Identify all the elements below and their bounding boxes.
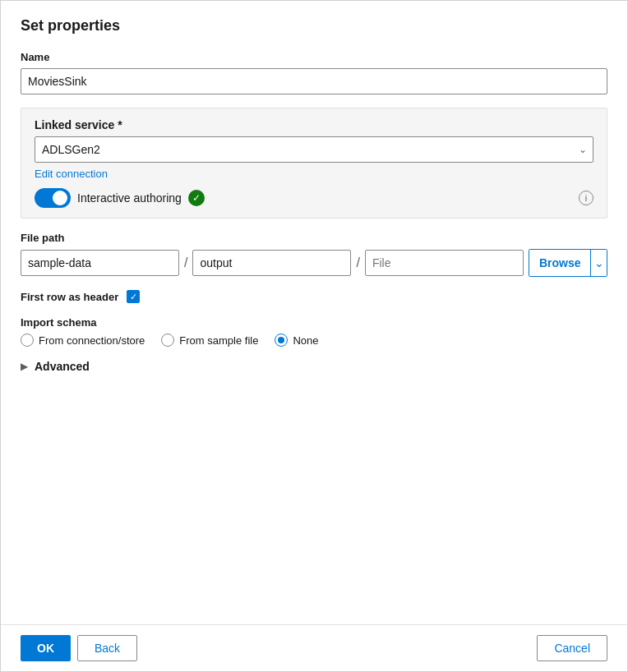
- checkmark-icon: ✓: [130, 292, 137, 302]
- radio-dot-none: [278, 337, 284, 343]
- ok-button[interactable]: OK: [21, 635, 71, 661]
- name-input[interactable]: [21, 68, 607, 94]
- file-path-input-2[interactable]: [192, 250, 351, 276]
- advanced-label: Advanced: [35, 360, 90, 373]
- radio-label-from-connection: From connection/store: [39, 334, 145, 347]
- path-separator-2: /: [356, 255, 359, 270]
- interactive-authoring-label: Interactive authoring: [77, 191, 182, 205]
- set-properties-panel: Set properties Name Linked service * ADL…: [0, 0, 628, 672]
- radio-label-none: None: [293, 334, 318, 347]
- first-row-checkbox[interactable]: ✓: [127, 290, 140, 303]
- import-schema-group: Import schema From connection/store From…: [21, 316, 607, 347]
- path-separator-1: /: [184, 255, 187, 270]
- import-schema-radio-group: From connection/store From sample file N…: [21, 334, 607, 347]
- linked-service-select-wrapper: ADLSGen2 ⌄: [35, 136, 593, 163]
- edit-connection-link[interactable]: Edit connection: [35, 168, 108, 180]
- chevron-right-icon: ▶: [21, 361, 28, 372]
- check-circle-icon: ✓: [188, 190, 205, 206]
- file-path-row: / / Browse ⌄: [21, 249, 607, 277]
- radio-circle-none: [275, 334, 288, 347]
- first-row-label: First row as header: [21, 291, 118, 303]
- panel-content: Set properties Name Linked service * ADL…: [1, 1, 627, 624]
- file-path-input-1[interactable]: [21, 250, 179, 276]
- interactive-authoring-row: Interactive authoring ✓ i: [35, 188, 593, 208]
- chevron-down-icon: ⌄: [594, 256, 604, 269]
- back-button[interactable]: Back: [77, 635, 137, 661]
- linked-service-select[interactable]: ADLSGen2: [35, 136, 593, 163]
- file-path-group: File path / / Browse ⌄: [21, 232, 607, 277]
- name-label: Name: [21, 51, 607, 63]
- linked-service-label: Linked service *: [35, 118, 593, 131]
- browse-btn-group: Browse ⌄: [529, 249, 607, 277]
- radio-from-sample[interactable]: From sample file: [161, 334, 258, 347]
- required-asterisk: *: [114, 118, 122, 131]
- radio-circle-from-connection: [21, 334, 34, 347]
- toggle-thumb: [53, 191, 67, 205]
- file-path-input-3[interactable]: [365, 250, 524, 276]
- import-schema-label: Import schema: [21, 316, 607, 329]
- first-row-header-row: First row as header ✓: [21, 290, 607, 303]
- name-field-group: Name: [21, 51, 607, 94]
- radio-from-connection[interactable]: From connection/store: [21, 334, 145, 347]
- info-icon[interactable]: i: [579, 191, 593, 205]
- panel-title: Set properties: [21, 17, 607, 35]
- linked-service-box: Linked service * ADLSGen2 ⌄ Edit connect…: [21, 108, 607, 219]
- file-path-label: File path: [21, 232, 607, 244]
- browse-chevron-button[interactable]: ⌄: [590, 250, 607, 276]
- cancel-button[interactable]: Cancel: [537, 635, 607, 661]
- radio-none[interactable]: None: [275, 334, 318, 347]
- advanced-section[interactable]: ▶ Advanced: [21, 360, 607, 373]
- radio-label-from-sample: From sample file: [179, 334, 258, 347]
- panel-footer: OK Back Cancel: [1, 624, 627, 671]
- interactive-authoring-toggle[interactable]: [35, 188, 71, 208]
- toggle-track: [35, 188, 71, 208]
- radio-circle-from-sample: [161, 334, 174, 347]
- browse-button[interactable]: Browse: [529, 250, 591, 276]
